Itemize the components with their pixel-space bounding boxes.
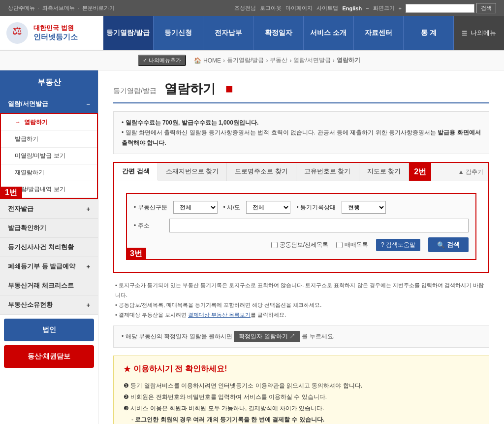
notice-item-1: ❶ 등기 열람서비스를 이용하시려면 인터넷등기소 이용약관을 읽으시고 동의하… (124, 380, 479, 391)
nav-my-menu[interactable]: ☰ 나의메뉴 (454, 16, 504, 50)
confirm-date-text2: 를 누르세요. (302, 333, 335, 340)
nav-item-registry-view[interactable]: 등기열람/발급 (103, 16, 154, 50)
sidebar-item-re-view[interactable]: 재열람하기 (1, 164, 97, 181)
search-form-container: 부동산구분 전체 토지 건물 집합건물 시/도 전체 등기기록상태 (114, 181, 488, 272)
property-type-label: 부동산구분 (134, 203, 167, 212)
nav-item-data-center[interactable]: 자료센터 (354, 16, 404, 50)
confirm-date-text: 해당 부동산의 확정일자 열람을 원하시면 (126, 333, 232, 340)
tab-quick-search[interactable]: 간편 검색 (114, 163, 158, 181)
breadcrumb-3[interactable]: 열람/서면발급 (293, 56, 330, 65)
plus-icon-e-issue: + (86, 205, 90, 213)
label-1: 1번 (0, 187, 22, 199)
tab-map-search[interactable]: 지도로 찾기 (359, 163, 410, 181)
zoom-minus[interactable]: − (366, 5, 369, 11)
page-header: 등기열람/발급 열람하기 ■ (113, 80, 489, 103)
breadcrumb-home[interactable]: HOME (203, 57, 221, 64)
tab-road-search[interactable]: 도로명주소로 찾기 (227, 163, 296, 181)
top-search-button[interactable]: 검색 (476, 3, 496, 13)
notice-section: ★ 이용하시기 전 확인하세요! ❶ 등기 열람서비스를 이용하시려면 인터넷등… (113, 356, 489, 424)
question-icon: ? (381, 241, 384, 248)
sidebar-section-view-label: 열람/서면발급 (8, 99, 48, 108)
addr-label: 주소 (134, 222, 163, 230)
english-link[interactable]: English (342, 5, 362, 11)
sidebar-section-checklist: 부동산거래 체크리스트 (0, 276, 98, 295)
label-3: 3번 (126, 248, 146, 260)
target-property-list-link[interactable]: 결제대상 부동산 목록보기 (188, 312, 251, 318)
breadcrumb-2[interactable]: 부동산 (270, 56, 287, 65)
sidebar-corporate-button[interactable]: 법인 (4, 319, 94, 341)
nav-item-statistics[interactable]: 통 계 (404, 16, 454, 50)
mypage-link[interactable]: 마이페이지 (285, 4, 313, 12)
sidebar-section-closed: 폐쇄등기부 등 발급예약 + (0, 257, 98, 276)
tab-collapse-button[interactable]: ▲ 감추기 (453, 163, 488, 181)
top-search-input[interactable] (406, 4, 474, 13)
reg-status-select[interactable]: 현행 폐쇄 전체 (342, 201, 386, 214)
region-select[interactable]: 전체 (246, 201, 290, 214)
sidebar-section-ownership: 부동산소유현황 + (0, 295, 98, 315)
sidebar-section-checklist-title[interactable]: 부동산거래 체크리스트 (0, 276, 98, 295)
sidebar-section-closed-title[interactable]: 폐쇄등기부 등 발급예약 + (0, 257, 98, 276)
property-type-select[interactable]: 전체 토지 건물 집합건물 (173, 201, 218, 214)
info-text-block: • 토지구소가 등기되어 있는 부동산 등기기록은 토지구소로 표회하여 않습니… (113, 281, 489, 320)
tab-address-search[interactable]: 소재지번으로 찾기 (158, 163, 227, 181)
main-nav: 등기열람/발급 등기신청 전자납부 확정일자 서비스 소개 자료센터 통 계 ☰… (103, 16, 504, 50)
sidebar-movable-button[interactable]: 동산·채권담보 (4, 345, 94, 368)
page-title-decoration: ■ (225, 81, 233, 97)
skip-submenu[interactable]: 좌측서브메뉴 (42, 4, 75, 12)
addr-input[interactable] (169, 219, 469, 232)
breadcrumb-bar: ✓ 나의메뉴추가 🏠 HOME › 등기열람/발급 › 부동산 › 열람/서면발… (0, 51, 504, 70)
search-form-box: 부동산구분 전체 토지 건물 집합건물 시/도 전체 등기기록상태 (126, 193, 476, 260)
notice-section-label: 이용하시기 전 확인하세요! (133, 364, 227, 374)
tab-id-search[interactable]: 고유번호로 찾기 (296, 163, 359, 181)
my-menu-add-button[interactable]: ✓ 나의메뉴추가 (138, 55, 186, 66)
sidebar-item-view-current[interactable]: → 열람하기 (1, 114, 97, 131)
home-icon: 🏠 (194, 57, 201, 64)
confirm-date-row: • 해당 부동산의 확정일자 열람을 원하시면 확정일자 열람하기 ↗ 를 누르… (113, 326, 489, 348)
sidebar-section-process-title[interactable]: 등기신사사건 처리현황 (0, 238, 98, 257)
sidebar-items-view: → 열람하기 발급하기 미열람/미발급 보기 재열람하기 열람/발급내역 보기 … (0, 113, 98, 199)
sitemap-link[interactable]: 사이트맵 (316, 4, 338, 12)
check-joint-label: 공동담보/전세목록 (280, 241, 328, 249)
sidebar-item-unviewed[interactable]: 미열람/미발급 보기 (1, 148, 97, 164)
sidebar-section-process: 등기신사사건 처리현황 (0, 238, 98, 257)
form-check-row: 공동담보/전세목록 매매목록 ? 검색도움말 🔍 검색 (134, 237, 469, 252)
notice-section-title: ★ 이용하시기 전 확인하세요! (124, 364, 479, 374)
check-sale-checkbox[interactable] (336, 242, 343, 248)
search-main-button[interactable]: 🔍 검색 (428, 237, 469, 252)
sidebar-item-issue[interactable]: 발급하기 (1, 131, 97, 148)
search-btn-label: 검색 (447, 240, 460, 249)
logo-title-line2: 인터넷등기소 (33, 33, 78, 42)
nav-item-service-intro[interactable]: 서비스 소개 (304, 16, 354, 50)
sidebar-section-e-issue-title[interactable]: 전자발급 + (0, 199, 98, 218)
info-line-3: • 결제대상 부동산을 보시려면 결제대상 부동산 목록보기를 클릭하세요. (115, 310, 487, 320)
logout-link[interactable]: 로그아웃 (260, 4, 282, 12)
skip-main-menu[interactable]: 상단주메뉴 (8, 4, 35, 12)
notice-item-2: ❷ 비회원은 전화번호와 비밀번호를 입력하여 서비스를 이용하실 수 있습니다… (124, 391, 479, 403)
logo[interactable]: ⚖ 대한민국 법원 인터넷등기소 (5, 21, 103, 45)
tab-row: 간편 검색 소재지번으로 찾기 도로명주소로 찾기 고유번호로 찾기 지도로 찾… (114, 163, 488, 181)
search-help-button[interactable]: ? 검색도움말 (376, 239, 420, 251)
my-menu-add-label: 나의메뉴추가 (149, 57, 181, 63)
svg-text:⚖: ⚖ (12, 25, 22, 37)
nav-item-fixed-date[interactable]: 확정일자 (253, 16, 304, 50)
username: 조성전님 (234, 4, 256, 12)
check-joint-checkbox[interactable] (271, 242, 278, 248)
form-row-2: 주소 (134, 219, 469, 232)
notice-item-3a: - 로그인한 회원의 경우 여러 개의 등기기록을 한 번에 결제할 수 있습니… (124, 414, 479, 424)
sidebar-section-ownership-title[interactable]: 부동산소유현황 + (0, 295, 98, 314)
nav-item-e-payment[interactable]: 전자납부 (203, 16, 253, 50)
skip-content[interactable]: 본문바로가기 (82, 4, 115, 12)
check-sale-label: 매매목록 (345, 241, 368, 249)
confirm-date-button[interactable]: 확정일자 열람하기 ↗ (234, 331, 300, 342)
notice-line-2: • 열람 화면에서 출력하신 열람용 등기사항증명서는 법적 효력이 없습니다.… (122, 128, 481, 148)
sidebar-section-view-title[interactable]: 열람/서면발급 − (0, 95, 98, 113)
sidebar-title: 부동산 (0, 70, 98, 95)
nav-item-registry-apply[interactable]: 등기신청 (154, 16, 204, 50)
hamburger-icon: ☰ (462, 30, 468, 37)
breadcrumb-1[interactable]: 등기열람/발급 (227, 56, 264, 65)
sidebar-section-confirm-title[interactable]: 발급확인하기 (0, 219, 98, 237)
zoom-plus[interactable]: + (399, 5, 402, 11)
check-sale: 매매목록 (336, 241, 368, 249)
star-icon: ★ (124, 364, 130, 374)
sidebar-section-view-toggle: − (86, 100, 90, 108)
